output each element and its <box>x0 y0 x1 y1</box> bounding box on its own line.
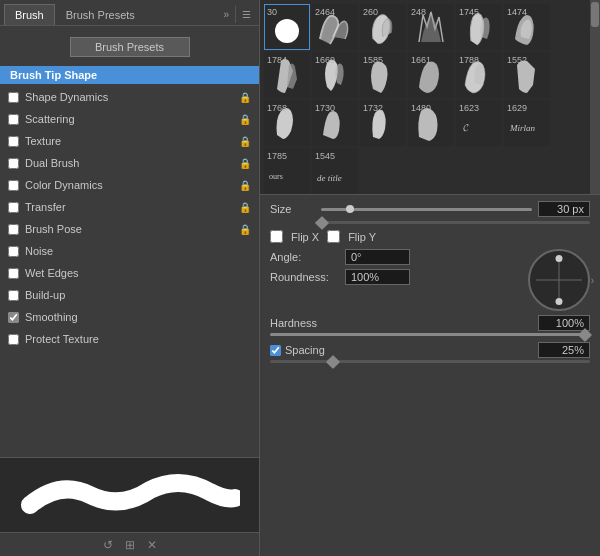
spacing-slider-track[interactable] <box>270 360 590 363</box>
scrollbar-thumb[interactable] <box>591 2 599 27</box>
spacing-slider-row <box>270 360 590 363</box>
brush-tip-1480[interactable]: 1480 <box>408 100 454 146</box>
brush-num: 1745 <box>459 7 479 17</box>
brush-controls: Size 30 px Flip X Flip Y <box>260 195 600 381</box>
angle-row: Angle: 0° <box>270 249 520 265</box>
sidebar-item-brush-pose[interactable]: Brush Pose 🔒 <box>0 218 259 240</box>
bottom-toolbar: ↺ ⊞ ✕ <box>0 532 259 556</box>
brush-num: 1669 <box>315 55 335 65</box>
hardness-slider-row <box>270 333 590 336</box>
brush-num: 248 <box>411 7 426 17</box>
brush-tip-1585[interactable]: 1585 <box>360 52 406 98</box>
lock-icon-pose: 🔒 <box>239 224 251 235</box>
brush-tip-1661[interactable]: 1661 <box>408 52 454 98</box>
sidebar-item-texture[interactable]: Texture 🔒 <box>0 130 259 152</box>
grid-scrollbar[interactable] <box>590 0 600 194</box>
lock-icon-scatter: 🔒 <box>239 114 251 125</box>
brush-num: 1730 <box>315 103 335 113</box>
texture-check[interactable] <box>8 136 19 147</box>
sidebar-item-shape-dynamics[interactable]: Shape Dynamics 🔒 <box>0 86 259 108</box>
dial-right-arrow: › <box>591 275 594 286</box>
size-slider-full[interactable] <box>315 221 590 224</box>
roundness-label: Roundness: <box>270 271 345 283</box>
brush-tip-1788[interactable]: 1788 <box>456 52 502 98</box>
angle-input[interactable]: 0° <box>345 249 410 265</box>
dial-dot-bottom <box>556 298 563 305</box>
noise-check[interactable] <box>8 246 19 257</box>
brush-tip-2464[interactable]: 2464 <box>312 4 358 50</box>
scattering-check[interactable] <box>8 114 19 125</box>
brush-tip-248[interactable]: 248 <box>408 4 454 50</box>
lock-icon: 🔒 <box>239 92 251 103</box>
brush-tip-1745[interactable]: 1745 <box>456 4 502 50</box>
brush-tip-1784[interactable]: 1784 <box>264 52 310 98</box>
size-label: Size <box>270 203 315 215</box>
brush-presets-button[interactable]: Brush Presets <box>70 37 190 57</box>
right-panel: 30 2464 260 248 <box>260 0 600 556</box>
sidebar-item-wet-edges[interactable]: Wet Edges <box>0 262 259 284</box>
close-icon[interactable]: ✕ <box>147 538 157 552</box>
brush-tip-1623[interactable]: 1623 𝓒 <box>456 100 502 146</box>
brush-tip-1474[interactable]: 1474 <box>504 4 550 50</box>
brush-num: 1768 <box>267 103 287 113</box>
hardness-row: Hardness 100% <box>270 315 590 331</box>
brush-num: 1661 <box>411 55 431 65</box>
spacing-value[interactable]: 25% <box>538 342 590 358</box>
smoothing-check[interactable] <box>8 312 19 323</box>
hardness-slider-track[interactable] <box>270 333 590 336</box>
reset-icon[interactable]: ↺ <box>103 538 113 552</box>
sidebar-item-scattering[interactable]: Scattering 🔒 <box>0 108 259 130</box>
sidebar-item-color-dynamics[interactable]: Color Dynamics 🔒 <box>0 174 259 196</box>
flip-y-label: Flip Y <box>348 231 376 243</box>
lock-icon-dual: 🔒 <box>239 158 251 169</box>
brush-tip-1785[interactable]: 1785 ours <box>264 148 310 194</box>
brush-num: 30 <box>267 7 277 17</box>
sidebar-item-dual-brush[interactable]: Dual Brush 🔒 <box>0 152 259 174</box>
brush-tip-1730[interactable]: 1730 <box>312 100 358 146</box>
roundness-input[interactable]: 100% <box>345 269 410 285</box>
roundness-row: Roundness: 100% <box>270 269 520 285</box>
sidebar-item-noise[interactable]: Noise <box>0 240 259 262</box>
sidebar-item-build-up[interactable]: Build-up <box>0 284 259 306</box>
shape-dynamics-check[interactable] <box>8 92 19 103</box>
grid-icon[interactable]: ⊞ <box>125 538 135 552</box>
color-dynamics-check[interactable] <box>8 180 19 191</box>
brush-tip-1669[interactable]: 1669 <box>312 52 358 98</box>
angle-roundness-controls: Angle: 0° Roundness: 100% <box>270 249 520 311</box>
brush-tip-1552[interactable]: 1552 <box>504 52 550 98</box>
protect-texture-check[interactable] <box>8 334 19 345</box>
left-panel: Brush Brush Presets » ☰ Brush Presets Br… <box>0 0 260 556</box>
sidebar-item-protect-texture[interactable]: Protect Texture <box>0 328 259 350</box>
brush-pose-check[interactable] <box>8 224 19 235</box>
wet-edges-check[interactable] <box>8 268 19 279</box>
brush-tip-1732[interactable]: 1732 <box>360 100 406 146</box>
tab-presets[interactable]: Brush Presets <box>55 4 146 25</box>
build-up-check[interactable] <box>8 290 19 301</box>
brush-tip-1768[interactable]: 1768 <box>264 100 310 146</box>
sidebar-item-smoothing[interactable]: Smoothing <box>0 306 259 328</box>
spacing-label: Spacing <box>285 344 345 356</box>
brush-num: 1732 <box>363 103 383 113</box>
transfer-check[interactable] <box>8 202 19 213</box>
brush-tip-1629[interactable]: 1629 Mirlan <box>504 100 550 146</box>
tab-brush[interactable]: Brush <box>4 4 55 25</box>
tab-arrows[interactable]: » <box>219 4 233 25</box>
size-slider-thumb[interactable] <box>346 205 354 213</box>
dual-brush-check[interactable] <box>8 158 19 169</box>
svg-text:𝓒: 𝓒 <box>463 122 469 133</box>
tab-menu[interactable]: ☰ <box>238 4 255 25</box>
brush-num: 1623 <box>459 103 479 113</box>
brush-tip-260[interactable]: 260 <box>360 4 406 50</box>
brush-num: 1545 <box>315 151 335 161</box>
brush-tip-shape-item[interactable]: Brush Tip Shape <box>0 66 259 84</box>
angle-dial[interactable]: › <box>528 249 590 311</box>
svg-text:Mirlan: Mirlan <box>509 123 536 133</box>
hardness-value[interactable]: 100% <box>538 315 590 331</box>
sidebar-item-transfer[interactable]: Transfer 🔒 <box>0 196 259 218</box>
brush-tip-1545[interactable]: 1545 de title <box>312 148 358 194</box>
flip-y-checkbox[interactable] <box>327 230 340 243</box>
flip-x-checkbox[interactable] <box>270 230 283 243</box>
spacing-checkbox[interactable] <box>270 345 281 356</box>
size-value[interactable]: 30 px <box>538 201 590 217</box>
brush-tip-30[interactable]: 30 <box>264 4 310 50</box>
